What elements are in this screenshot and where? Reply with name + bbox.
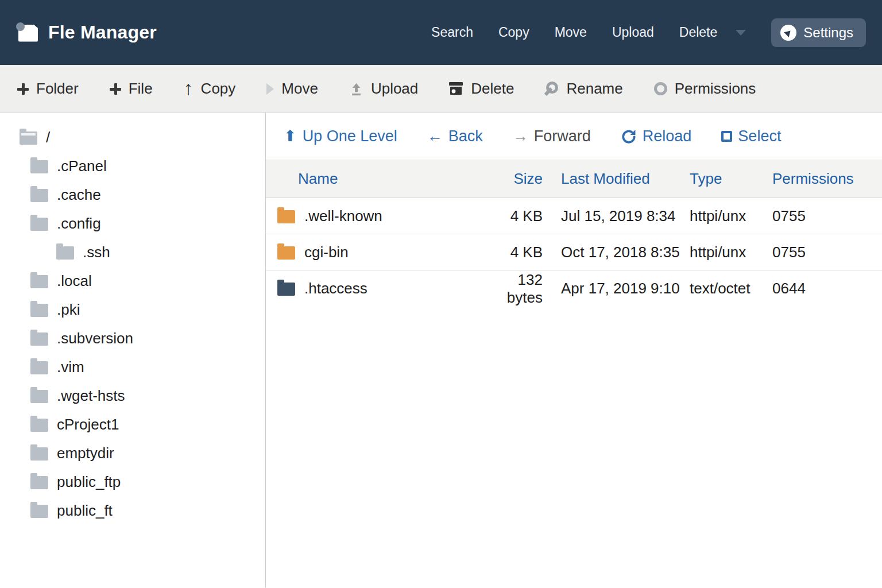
- top-nav-delete[interactable]: Delete: [679, 25, 717, 40]
- file-name: .htaccess: [304, 280, 368, 297]
- plus-icon: [110, 83, 121, 95]
- tree-item-label: .cache: [57, 186, 101, 204]
- toolbar-copy-button[interactable]: ↑Copy: [184, 79, 236, 99]
- up-one-level-icon: ⬆: [284, 129, 297, 144]
- file-name: cgi-bin: [304, 243, 349, 261]
- chevron-down-icon[interactable]: [736, 30, 746, 36]
- chevron-right-icon: [266, 83, 274, 95]
- toolbar-folder-button[interactable]: Folder: [17, 80, 79, 98]
- toolbar-move-button[interactable]: Move: [266, 80, 318, 98]
- toolbar-item-label: Permissions: [675, 80, 756, 98]
- table-row-cgi-bin[interactable]: cgi-bin4 KBOct 17, 2018 8:35httpi/unx075…: [266, 234, 882, 270]
- sidebar-folder-tree: /.cPanel.cache.config.ssh.local.pki.subv…: [0, 113, 266, 587]
- toolbar-rename-button[interactable]: Rename: [545, 80, 622, 98]
- top-nav-upload[interactable]: Upload: [612, 25, 654, 40]
- file-navigation-bar: ⬆Up One Level←Back→ForwardReloadSelect: [266, 113, 882, 160]
- toolbar-item-label: Upload: [371, 80, 418, 98]
- toolbar-file-button[interactable]: File: [110, 80, 153, 98]
- tree-item-label: .local: [57, 272, 92, 290]
- folder-icon: [277, 210, 295, 223]
- arrow-left-icon: ←: [427, 129, 443, 144]
- sidebar-folder-emptydir[interactable]: emptydir: [0, 439, 265, 467]
- tree-item-label: public_ft: [57, 502, 113, 520]
- folder-icon: [30, 189, 48, 202]
- tree-item-label: .wget-hsts: [57, 387, 125, 405]
- sidebar-folder-[interactable]: /: [0, 123, 265, 152]
- nav-item-label: Forward: [534, 127, 591, 145]
- sidebar-folder-vim[interactable]: .vim: [0, 353, 265, 381]
- column-header-type[interactable]: Type: [690, 170, 772, 188]
- column-header-name[interactable]: Name: [266, 170, 493, 188]
- cell-name: .well-known: [266, 207, 493, 225]
- top-nav: SearchCopyMoveUploadDelete Settings: [431, 18, 866, 47]
- nav-item-label: Select: [738, 127, 781, 145]
- app-title: Fle Manager: [48, 22, 157, 43]
- folder-icon: [56, 246, 74, 260]
- toolbar-upload-button[interactable]: Upload: [349, 80, 418, 98]
- cell-permissions: 0755: [772, 207, 882, 225]
- file-name: .well-known: [304, 207, 382, 225]
- column-header-last-modified[interactable]: Last Modified: [561, 170, 690, 188]
- table-row-htaccess[interactable]: .htaccess132 bytesApr 17, 2019 9:10text/…: [266, 270, 882, 307]
- folder-icon: [277, 246, 295, 260]
- table-row-well-known[interactable]: .well-known4 KBJul 15, 2019 8:34httpi/un…: [266, 198, 882, 234]
- sidebar-folder-cache[interactable]: .cache: [0, 180, 265, 209]
- cell-type: text/octet: [690, 280, 772, 297]
- tree-item-label: public_ftp: [57, 473, 121, 491]
- tree-item-label: .config: [57, 215, 101, 233]
- toolbar-item-label: File: [129, 80, 153, 98]
- toolbar-item-label: Delete: [471, 80, 514, 98]
- file-list: .well-known4 KBJul 15, 2019 8:34httpi/un…: [266, 198, 882, 307]
- folder-icon: [30, 390, 48, 403]
- tree-item-label: cProject1: [57, 416, 119, 434]
- folder-icon: [30, 476, 48, 489]
- folder-icon: [30, 361, 48, 374]
- key-icon: [545, 82, 559, 96]
- sidebar-folder-wget-hsts[interactable]: .wget-hsts: [0, 381, 265, 410]
- folder-icon: [30, 218, 48, 231]
- settings-arrow-icon: [780, 25, 796, 41]
- column-header-permissions[interactable]: Permissions: [772, 170, 882, 188]
- nav-item-label: Reload: [643, 127, 692, 145]
- sidebar-folder-public-ft[interactable]: public_ft: [0, 496, 265, 525]
- folder-icon: [30, 275, 48, 288]
- top-nav-search[interactable]: Search: [431, 25, 473, 40]
- sidebar-folder-subversion[interactable]: .subversion: [0, 324, 265, 353]
- column-header-size[interactable]: Size: [493, 170, 543, 188]
- sidebar-folder-local[interactable]: .local: [0, 266, 265, 295]
- ring-icon: [654, 82, 667, 95]
- sidebar-folder-pki[interactable]: .pki: [0, 295, 265, 324]
- reload-icon: [621, 129, 637, 145]
- top-nav-move[interactable]: Move: [555, 25, 587, 40]
- sidebar-folder-cproject1[interactable]: cProject1: [0, 410, 265, 439]
- nav-forward-button[interactable]: →Forward: [513, 127, 591, 145]
- toolbar: FolderFile↑CopyMoveUploadDeleteRenamePer…: [0, 65, 882, 113]
- nav-select-button[interactable]: Select: [721, 127, 781, 145]
- nav-reload-button[interactable]: Reload: [621, 127, 692, 145]
- nav-back-button[interactable]: ←Back: [427, 127, 483, 145]
- plus-icon: [17, 83, 29, 95]
- cell-name: .htaccess: [266, 280, 493, 297]
- main-panel: ⬆Up One Level←Back→ForwardReloadSelect N…: [266, 113, 882, 587]
- top-nav-copy[interactable]: Copy: [498, 25, 529, 40]
- trash-icon: [449, 82, 463, 95]
- nav-item-label: Back: [448, 127, 483, 145]
- arrow-right-icon: →: [513, 129, 528, 144]
- sidebar-folder-ssh[interactable]: .ssh: [0, 238, 265, 266]
- cell-size: 4 KB: [493, 243, 543, 261]
- settings-button[interactable]: Settings: [771, 18, 866, 47]
- folder-icon: [30, 447, 48, 461]
- upload-icon: [349, 82, 363, 96]
- cell-type: httpi/unx: [690, 207, 772, 225]
- tree-item-label: .ssh: [83, 243, 110, 261]
- sidebar-folder-public-ftp[interactable]: public_ftp: [0, 467, 265, 496]
- toolbar-item-label: Copy: [201, 80, 236, 98]
- sidebar-folder-cpanel[interactable]: .cPanel: [0, 152, 265, 180]
- toolbar-delete-button[interactable]: Delete: [449, 80, 514, 98]
- nav-up-one-level-button[interactable]: ⬆Up One Level: [284, 127, 397, 145]
- tree-item-label: emptydir: [57, 444, 114, 462]
- cell-permissions: 0644: [772, 280, 882, 297]
- cell-size: 4 KB: [493, 207, 543, 225]
- sidebar-folder-config[interactable]: .config: [0, 209, 265, 238]
- toolbar-permissions-button[interactable]: Permissions: [654, 80, 756, 98]
